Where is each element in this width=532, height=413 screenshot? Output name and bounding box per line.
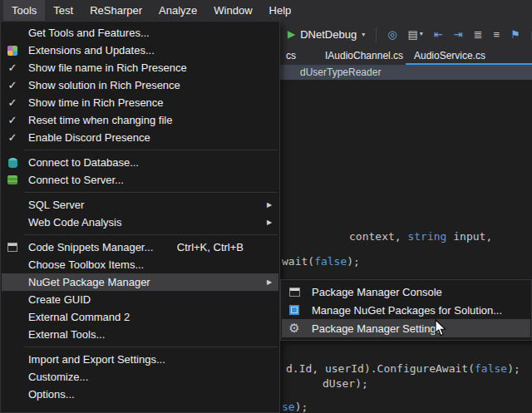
extensions-icon	[6, 44, 19, 57]
outdent-icon[interactable]: ⇤	[434, 29, 443, 40]
menubar-item-analyze[interactable]: Analyze	[150, 0, 205, 21]
nuget-package-manager-submenu: Package Manager ConsoleManage NuGet Pack…	[280, 279, 532, 341]
menubar-item-tools[interactable]: Tools	[3, 0, 45, 21]
menu-item-label: Import and Export Settings...	[23, 353, 165, 366]
start-debug-icon: ▶	[288, 29, 295, 39]
menu-item-manage-nuget-packages-for-solution[interactable]: Manage NuGet Packages for Solution...	[282, 301, 530, 319]
menu-gutter	[2, 241, 23, 254]
menu-gutter	[2, 174, 23, 187]
menu-item-label: Connect to Server...	[23, 174, 124, 186]
menu-item-options[interactable]: Options...	[2, 386, 278, 403]
menu-shortcut: Ctrl+K, Ctrl+B	[177, 241, 260, 253]
menu-item-show-time-in-rich-presence[interactable]: ✓Show time in Rich Presence	[2, 94, 278, 111]
menubar-item-resharper[interactable]: ReSharper	[81, 0, 150, 21]
menu-item-label: Options...	[23, 388, 75, 401]
menubar-item-test[interactable]: Test	[45, 0, 81, 21]
menubar-item-help[interactable]: Help	[261, 0, 300, 21]
menu-item-label: Reset time when changing file	[23, 114, 172, 126]
bookmark-icon[interactable]: ⚑	[510, 29, 520, 40]
menu-item-create-guid[interactable]: Create GUID	[2, 291, 278, 308]
menu-item-choose-toolbox-items[interactable]: Choose Toolbox Items...	[2, 256, 278, 273]
comment-icon[interactable]: ≣	[474, 29, 483, 40]
menu-item-customize[interactable]: Customize...	[2, 368, 278, 386]
menu-item-label: Get Tools and Features...	[23, 27, 150, 39]
checkmark-icon: ✓	[2, 114, 23, 126]
menu-item-label: Extensions and Updates...	[23, 44, 155, 57]
menu-item-extensions-and-updates[interactable]: Extensions and Updates...	[2, 42, 278, 59]
menu-item-label: Create GUID	[23, 293, 91, 306]
tools-menu-dropdown: Get Tools and Features...Extensions and …	[0, 21, 280, 413]
menu-item-get-tools-and-features[interactable]: Get Tools and Features...	[2, 24, 278, 42]
toolbar-separator	[376, 27, 377, 42]
menu-item-label: Customize...	[23, 371, 88, 383]
snippets-icon	[6, 241, 19, 254]
menu-item-connect-to-database[interactable]: Connect to Database...	[2, 154, 278, 171]
checkmark-icon: ✓	[2, 131, 23, 144]
menubar-item-window[interactable]: Window	[205, 0, 260, 21]
menu-item-label: Choose Toolbox Items...	[23, 258, 144, 271]
menu-item-external-command-2[interactable]: External Command 2	[2, 308, 278, 326]
submenu-arrow-icon: ▶	[260, 278, 278, 286]
code-fragment: dUser);	[323, 377, 368, 390]
menu-item-sql-server[interactable]: SQL Server▶	[2, 196, 278, 214]
menu-item-package-manager-settings[interactable]: ⚙Package Manager Settings	[282, 319, 530, 337]
chevron-down-icon: ▾	[362, 31, 365, 38]
menu-separator	[24, 192, 278, 193]
mouse-cursor	[435, 319, 448, 337]
toolbar-icons: ◎▤▾⇤⇥≣≡⚑▥	[387, 29, 532, 40]
menu-separator	[24, 150, 278, 150]
navigation-bar-text: dUserTypeReader	[300, 66, 381, 78]
submenu-arrow-icon: ▶	[260, 201, 278, 209]
menu-item-import-and-export-settings[interactable]: Import and Export Settings...	[2, 351, 278, 368]
menu-item-nuget-package-manager[interactable]: NuGet Package Manager▶	[2, 273, 278, 291]
tab-cs[interactable]: cs	[286, 47, 296, 65]
nuget-icon	[288, 303, 301, 317]
menu-item-package-manager-console[interactable]: Package Manager Console	[282, 283, 530, 301]
menu-item-label: Connect to Database...	[23, 156, 139, 169]
menu-gutter: ⚙	[282, 322, 307, 335]
start-debug-button[interactable]: ▶ DNetDebug ▾	[288, 28, 365, 41]
menu-item-code-snippets-manager[interactable]: Code Snippets Manager...Ctrl+K, Ctrl+B	[2, 238, 278, 256]
code-fragment: se);	[282, 401, 308, 413]
menu-item-label: Show time in Rich Presence	[23, 96, 164, 109]
checkmark-icon: ✓	[2, 79, 23, 91]
checkmark-icon: ✓	[2, 96, 23, 109]
menu-item-label: Enable Discord Presence	[23, 131, 150, 144]
menu-item-external-tools[interactable]: External Tools...	[2, 326, 278, 343]
menu-item-label: SQL Server	[23, 199, 84, 211]
menu-item-reset-time-when-changing-file[interactable]: ✓Reset time when changing file	[2, 111, 278, 129]
menu-item-web-code-analysis[interactable]: Web Code Analysis▶	[2, 214, 278, 231]
attach-icon[interactable]: ◎	[387, 29, 397, 40]
menu-item-connect-to-server[interactable]: Connect to Server...	[2, 171, 278, 189]
menu-item-show-file-name-in-rich-presence[interactable]: ✓Show file name in Rich Presence	[2, 59, 278, 76]
code-fragment: d.Id, userId).ConfigureAwait(false);	[286, 362, 520, 375]
menu-gutter	[282, 285, 307, 298]
code-fragment: context, string input,	[349, 230, 492, 243]
code-fragment: wait(false);	[282, 255, 360, 268]
tab-iaudiochannel-cs[interactable]: IAudioChannel.cs	[325, 47, 403, 65]
menu-item-label: Code Snippets Manager...	[23, 241, 153, 253]
menu-item-label: External Command 2	[23, 311, 130, 323]
menu-separator	[24, 347, 278, 347]
menu-item-label: Package Manager Console	[307, 286, 442, 298]
chevron-down-icon: ▾	[420, 31, 423, 37]
menu-item-enable-discord-presence[interactable]: ✓Enable Discord Presence	[2, 129, 278, 146]
submenu-arrow-icon: ▶	[260, 219, 278, 226]
indent-icon[interactable]: ⇥	[454, 29, 463, 40]
menu-item-label: Show file name in Rich Presence	[23, 61, 187, 74]
tab-audioservice-cs[interactable]: AudioService.cs	[414, 47, 485, 65]
database-icon	[6, 156, 19, 170]
uncomment-icon[interactable]: ≡	[494, 29, 500, 40]
menu-gutter	[2, 156, 23, 170]
menu-separator	[24, 234, 278, 235]
file-dropdown-icon[interactable]: ▤▾	[408, 29, 423, 40]
menu-gutter	[282, 303, 307, 317]
editor-navigation-bar[interactable]: dUserTypeReader	[280, 65, 532, 80]
menu-item-show-solution-in-rich-presence[interactable]: ✓Show solution in Rich Presence	[2, 76, 278, 94]
menubar: ToolsTestReSharperAnalyzeWindowHelp	[0, 0, 532, 21]
console-icon	[288, 285, 301, 298]
menu-item-label: Manage NuGet Packages for Solution...	[307, 304, 502, 317]
toolbar: ▶ DNetDebug ▾ ◎▤▾⇤⇥≣≡⚑▥	[288, 22, 532, 47]
menu-gutter	[2, 44, 23, 57]
checkmark-icon: ✓	[2, 61, 23, 74]
